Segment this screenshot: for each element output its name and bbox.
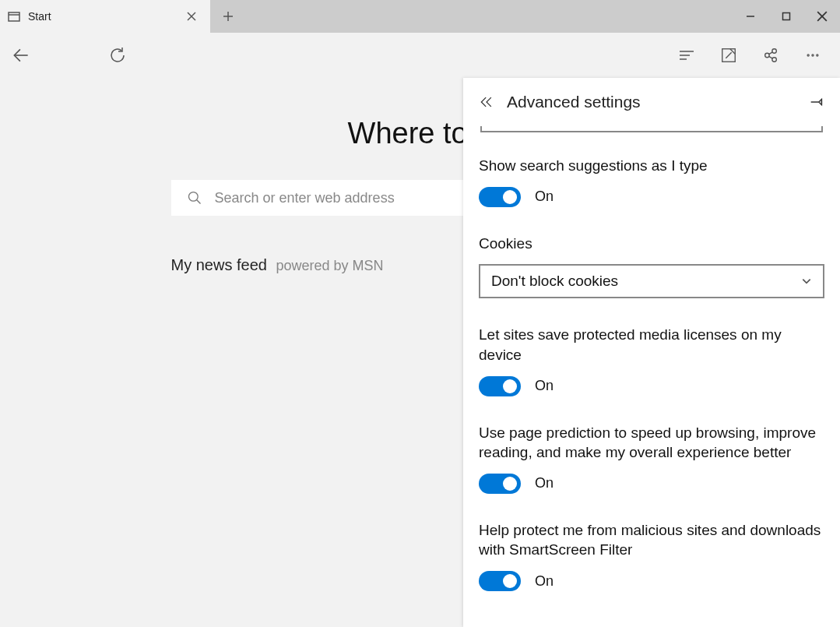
panel-title: Advanced settings bbox=[507, 93, 807, 111]
lines-icon bbox=[677, 46, 696, 65]
toolbar bbox=[0, 33, 840, 78]
web-note-button[interactable] bbox=[708, 33, 750, 78]
svg-point-16 bbox=[772, 49, 777, 54]
settings-panel: Advanced settings Show search suggestion… bbox=[463, 78, 840, 627]
feed-title: My news feed bbox=[171, 256, 267, 273]
panel-header: Advanced settings bbox=[463, 78, 840, 126]
svg-point-17 bbox=[772, 58, 777, 62]
search-icon bbox=[187, 190, 202, 206]
tab-title: Start bbox=[28, 10, 181, 23]
share-button[interactable] bbox=[750, 33, 792, 78]
minimize-button[interactable] bbox=[733, 0, 768, 33]
svg-point-20 bbox=[807, 55, 809, 56]
refresh-button[interactable] bbox=[97, 33, 139, 78]
note-icon bbox=[720, 47, 737, 64]
page-icon bbox=[8, 10, 20, 23]
title-bar: Start bbox=[0, 0, 840, 33]
toggle-media-licenses[interactable] bbox=[479, 376, 521, 396]
chevron-double-left-icon bbox=[479, 94, 494, 110]
back-button[interactable] bbox=[0, 33, 42, 78]
chevron-down-icon bbox=[801, 276, 812, 287]
new-tab-button[interactable] bbox=[210, 0, 246, 33]
svg-point-15 bbox=[765, 53, 770, 58]
window-controls bbox=[733, 0, 840, 33]
setting-label-page-prediction: Use page prediction to speed up browsing… bbox=[479, 423, 824, 463]
tab-close-button[interactable] bbox=[181, 5, 202, 27]
panel-back-button[interactable] bbox=[477, 94, 496, 110]
browser-tab[interactable]: Start bbox=[0, 0, 210, 33]
minimize-icon bbox=[746, 12, 755, 21]
svg-line-24 bbox=[196, 200, 200, 204]
cookies-select[interactable]: Don't block cookies bbox=[479, 264, 824, 298]
svg-line-19 bbox=[769, 56, 773, 58]
share-icon bbox=[762, 47, 779, 64]
toggle-smartscreen[interactable] bbox=[479, 571, 521, 591]
arrow-left-icon bbox=[11, 45, 31, 65]
svg-rect-0 bbox=[9, 12, 19, 21]
more-button[interactable] bbox=[792, 33, 834, 78]
toggle-state: On bbox=[535, 573, 554, 590]
maximize-icon bbox=[782, 12, 791, 21]
toggle-state: On bbox=[535, 188, 554, 205]
close-icon bbox=[817, 11, 828, 22]
feed-subtitle: powered by MSN bbox=[276, 258, 383, 273]
toggle-search-suggestions[interactable] bbox=[479, 187, 521, 207]
toggle-state: On bbox=[535, 475, 554, 491]
cookies-select-value: Don't block cookies bbox=[491, 273, 618, 290]
svg-point-21 bbox=[812, 55, 814, 56]
panel-pin-button[interactable] bbox=[807, 93, 826, 111]
svg-line-18 bbox=[769, 52, 773, 55]
svg-point-22 bbox=[817, 55, 818, 56]
toggle-page-prediction[interactable] bbox=[479, 474, 521, 494]
refresh-icon bbox=[108, 46, 127, 65]
setting-label-cookies: Cookies bbox=[479, 234, 824, 254]
plus-icon bbox=[223, 11, 234, 22]
maximize-button[interactable] bbox=[768, 0, 804, 33]
panel-body: Show search suggestions as I type On Coo… bbox=[463, 126, 840, 627]
hub-button[interactable] bbox=[666, 33, 708, 78]
close-window-button[interactable] bbox=[804, 0, 840, 33]
svg-rect-7 bbox=[783, 13, 790, 20]
setting-label-search-suggestions: Show search suggestions as I type bbox=[479, 156, 824, 176]
setting-label-smartscreen: Help protect me from malicious sites and… bbox=[479, 520, 824, 560]
pin-icon bbox=[808, 93, 825, 111]
toggle-state: On bbox=[535, 378, 554, 394]
close-icon bbox=[187, 12, 196, 21]
previous-field-edge bbox=[480, 126, 823, 132]
svg-point-23 bbox=[188, 192, 198, 202]
setting-label-media-licenses: Let sites save protected media licenses … bbox=[479, 325, 824, 365]
ellipsis-icon bbox=[805, 48, 821, 63]
